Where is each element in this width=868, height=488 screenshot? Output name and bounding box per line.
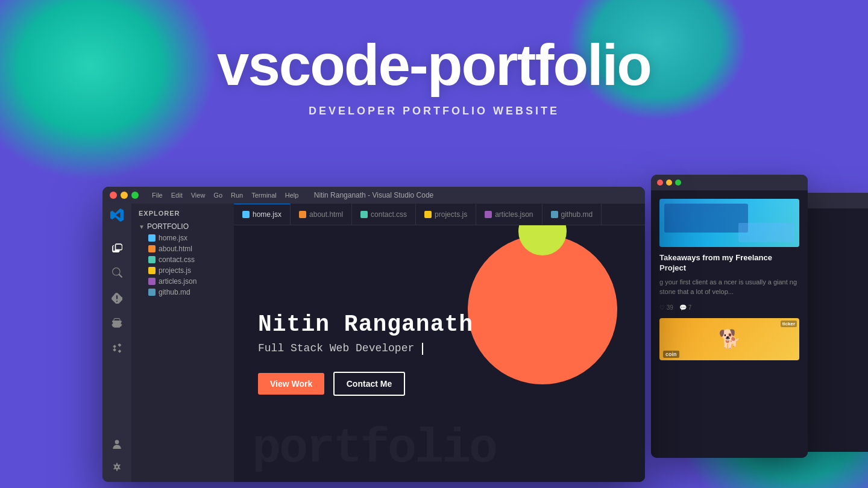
- portfolio-preview: portfolio Nitin Ranganath Full Stack Web…: [234, 225, 645, 482]
- menu-file[interactable]: File: [148, 192, 166, 199]
- tl-yellow: [121, 192, 128, 199]
- blog-title-bar: [651, 175, 808, 190]
- tab-home[interactable]: home.jsx: [234, 204, 291, 225]
- menu-help[interactable]: Help: [281, 192, 303, 199]
- blog-second-image: 🐕 coin ticker: [659, 318, 799, 360]
- portfolio-role: Full Stack Web Developer: [258, 342, 473, 354]
- activity-search[interactable]: [109, 265, 125, 281]
- portfolio-buttons: View Work Contact Me: [258, 372, 473, 396]
- sidebar-file-github[interactable]: github.md: [131, 287, 234, 298]
- blog-post-title: Takeaways from my Freelance Project: [659, 253, 799, 274]
- menu-terminal[interactable]: Terminal: [248, 192, 280, 199]
- sidebar-folder-name: PORTFOLIO: [147, 222, 189, 231]
- blog-likes: ♡ 39: [659, 304, 673, 311]
- page-title: vscode-portfolio: [0, 36, 868, 94]
- menu-run[interactable]: Run: [227, 192, 247, 199]
- folder-chevron-icon: ▼: [139, 224, 145, 230]
- tab-icon-md: [551, 211, 558, 218]
- activity-account[interactable]: [109, 436, 125, 452]
- sidebar-filename-1: about.html: [159, 245, 192, 253]
- tab-label-about: about.html: [309, 210, 343, 219]
- view-work-button[interactable]: View Work: [258, 373, 324, 395]
- menu-view[interactable]: View: [187, 192, 209, 199]
- tab-icon-css: [360, 211, 368, 218]
- activity-bar: [102, 204, 131, 482]
- activity-explorer[interactable]: [109, 240, 125, 255]
- blog-doge-image: 🐕: [659, 318, 799, 360]
- title-bar: File Edit View Go Run Terminal Help Niti…: [102, 187, 645, 204]
- contact-me-button[interactable]: Contact Me: [333, 372, 405, 396]
- vscode-logo-icon: [110, 208, 124, 225]
- tab-icon-jsx: [242, 211, 250, 218]
- tab-label-contact: contact.css: [371, 210, 407, 219]
- tab-label-home: home.jsx: [253, 210, 281, 219]
- tab-label-articles: articles.json: [495, 210, 533, 219]
- file-icon-jsx: [148, 234, 156, 242]
- sidebar-filename-3: projects.js: [159, 266, 191, 275]
- editor-content: portfolio Nitin Ranganath Full Stack Web…: [234, 225, 645, 482]
- sidebar-file-contact[interactable]: contact.css: [131, 254, 234, 265]
- tab-contact[interactable]: contact.css: [352, 204, 416, 225]
- cursor-blink: [422, 343, 423, 355]
- sidebar-file-about[interactable]: about.html: [131, 243, 234, 254]
- blog-tl-red: [657, 180, 663, 186]
- tabs-bar: home.jsx about.html contact.css projects…: [234, 204, 645, 225]
- portfolio-text-block: Nitin Ranganath Full Stack Web Developer…: [258, 311, 473, 395]
- file-icon-json: [148, 278, 156, 285]
- traffic-lights: [110, 192, 139, 199]
- file-icon-md: [148, 289, 156, 296]
- activity-git[interactable]: [109, 290, 125, 306]
- sidebar-header: EXPLORER: [131, 204, 234, 221]
- vscode-window-blog: Takeaways from my Freelance Project g yo…: [651, 175, 808, 458]
- tab-github[interactable]: github.md: [542, 204, 602, 225]
- tab-articles[interactable]: articles.json: [476, 204, 542, 225]
- sidebar-filename-2: contact.css: [159, 255, 195, 264]
- sidebar-filename-4: articles.json: [159, 277, 197, 286]
- tab-about[interactable]: about.html: [291, 204, 352, 225]
- sidebar-folder[interactable]: ▼ PORTFOLIO: [131, 221, 234, 233]
- activity-extensions[interactable]: [109, 341, 125, 357]
- watermark-text: portfolio: [252, 421, 496, 476]
- blog-post-excerpt: g your first client as a ncer is usually…: [659, 277, 799, 297]
- blog-content: Takeaways from my Freelance Project g yo…: [651, 190, 808, 458]
- screenshots-container: aways e food ordering webion for home-co…: [72, 175, 796, 488]
- portfolio-name: Nitin Ranganath: [258, 311, 473, 337]
- tab-icon-js: [424, 211, 432, 218]
- page-subtitle: DEVELOPER PORTFOLIO WEBSITE: [0, 105, 868, 117]
- header-section: vscode-portfolio DEVELOPER PORTFOLIO WEB…: [0, 0, 868, 117]
- activity-settings[interactable]: [109, 459, 125, 475]
- sidebar-filename-5: github.md: [159, 288, 190, 296]
- tab-label-github: github.md: [561, 210, 593, 219]
- blog-comments: 💬 7: [679, 304, 691, 311]
- blog-meta: ♡ 39 💬 7: [659, 304, 799, 311]
- deco-circle-small-orange: [476, 298, 506, 328]
- sidebar-file-home[interactable]: home.jsx: [131, 233, 234, 243]
- sidebar-file-projects[interactable]: projects.js: [131, 265, 234, 276]
- window-title: Nitin Ranganath - Visual Studio Code: [314, 191, 434, 199]
- sidebar-file-articles[interactable]: articles.json: [131, 276, 234, 287]
- tl-green: [131, 192, 139, 199]
- blog-tl-yellow: [666, 180, 672, 186]
- file-icon-html: [148, 245, 156, 252]
- sidebar-filename-0: home.jsx: [159, 234, 187, 242]
- tl-red: [110, 192, 117, 199]
- file-icon-css: [148, 256, 156, 263]
- activity-bottom-icons: [109, 436, 125, 475]
- vscode-main-window: File Edit View Go Run Terminal Help Niti…: [102, 187, 645, 482]
- tab-icon-json: [485, 211, 492, 218]
- file-explorer-sidebar: EXPLORER ▼ PORTFOLIO home.jsx about.html…: [131, 204, 234, 482]
- tab-icon-html: [299, 211, 306, 218]
- menu-edit[interactable]: Edit: [168, 192, 186, 199]
- tab-label-projects: projects.js: [435, 210, 467, 219]
- blog-tl-green: [675, 180, 681, 186]
- tab-projects[interactable]: projects.js: [416, 204, 476, 225]
- blog-traffic-lights: [657, 180, 681, 186]
- file-icon-js: [148, 267, 156, 274]
- blog-featured-image: [659, 199, 799, 247]
- menu-go[interactable]: Go: [210, 192, 226, 199]
- activity-debug[interactable]: [109, 316, 125, 331]
